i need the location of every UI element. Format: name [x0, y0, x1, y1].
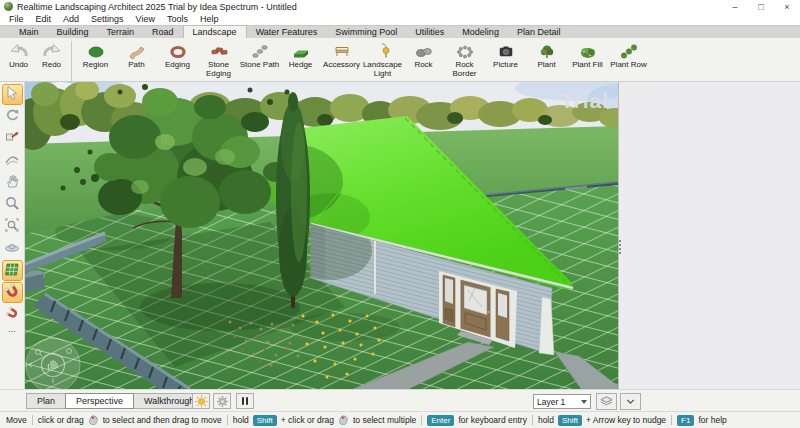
menu-bar: FileEditAddSettingsViewToolsHelp	[0, 13, 800, 25]
trial-watermark: Trial	[561, 89, 609, 112]
toolbar-edging-button[interactable]: Edging	[157, 40, 198, 81]
view-tab-perspective[interactable]: Perspective	[65, 393, 134, 409]
tab-utilities[interactable]: Utilities	[406, 25, 453, 38]
tool-zoom[interactable]	[2, 194, 23, 215]
zoom-region-icon	[4, 217, 20, 237]
menu-settings[interactable]: Settings	[85, 14, 130, 24]
key-badge-f1: F1	[677, 415, 694, 426]
tab-water-features[interactable]: Water Features	[247, 25, 327, 38]
render-settings-button[interactable]	[213, 393, 231, 409]
toolbar-stone-edging-button[interactable]: Stone Edging	[198, 40, 239, 81]
tab-road[interactable]: Road	[143, 25, 183, 38]
status-separator	[421, 415, 422, 425]
tool-edit-points[interactable]	[2, 128, 23, 149]
mouse-icon	[88, 415, 99, 425]
menu-view[interactable]: View	[130, 14, 161, 24]
menu-add[interactable]: Add	[57, 14, 85, 24]
maximize-button[interactable]: □	[748, 0, 774, 13]
zoom-icon	[4, 195, 20, 215]
menu-file[interactable]: File	[3, 14, 30, 24]
status-text: + click or drag	[281, 415, 334, 425]
expand-button[interactable]	[620, 393, 641, 410]
tool-curve[interactable]	[2, 150, 23, 171]
status-text: for keyboard entry	[458, 415, 527, 425]
toolbar-rock-button[interactable]: Rock	[403, 40, 444, 81]
status-separator	[32, 415, 33, 425]
app-logo-icon	[4, 2, 13, 11]
status-text: hold	[233, 415, 249, 425]
toolbar-button-label: Path	[128, 61, 144, 70]
close-button[interactable]: ×	[774, 0, 800, 13]
toolbar-picture-button[interactable]: Picture	[485, 40, 526, 81]
toolbar-rock-border-button[interactable]: Rock Border	[444, 40, 485, 81]
status-text: to select and then drag to move	[103, 415, 222, 425]
status-bar: Moveclick or dragto select and then drag…	[0, 411, 800, 428]
toolbar-path-button[interactable]: Path	[116, 40, 157, 81]
viewport-canvas[interactable]: Trial	[25, 82, 618, 389]
tool-zoom-region[interactable]	[2, 216, 23, 237]
tool-snap[interactable]	[2, 282, 23, 303]
plant-icon	[538, 41, 556, 61]
tab-swimming-pool[interactable]: Swimming Pool	[326, 25, 406, 38]
tab-terrain[interactable]: Terrain	[98, 25, 144, 38]
toolbar-plant-button[interactable]: Plant	[526, 40, 567, 81]
view-tab-plan[interactable]: Plan	[26, 393, 66, 409]
tool-object-snap[interactable]	[2, 304, 23, 325]
toolbar-accessory-button[interactable]: Accessory	[321, 40, 362, 81]
toolbar-button-label: Rock	[414, 61, 432, 70]
right-empty-panel	[618, 82, 800, 389]
toolbar-region-button[interactable]: Region	[75, 40, 116, 81]
viewport-3d[interactable]: Trial	[25, 82, 618, 389]
toolbar-plant-fill-button[interactable]: Plant Fill	[567, 40, 608, 81]
minimize-button[interactable]: –	[722, 0, 748, 13]
layer-select-value: Layer 1	[537, 397, 565, 407]
tool-orbit[interactable]	[2, 238, 23, 259]
picture-icon	[497, 41, 515, 61]
grid-icon	[4, 261, 20, 281]
toolbar-button-label: Undo	[9, 61, 28, 70]
tab-main[interactable]: Main	[10, 25, 48, 38]
undo-icon	[8, 41, 30, 61]
toolbar-button-label: Picture	[493, 61, 518, 70]
menu-edit[interactable]: Edit	[30, 14, 58, 24]
splitter-handle[interactable]	[619, 240, 621, 242]
layer-select[interactable]: Layer 1	[533, 394, 591, 409]
navigation-widget[interactable]	[26, 338, 80, 389]
toolbar-button-label: Plant Fill	[572, 61, 603, 70]
menu-help[interactable]: Help	[194, 14, 225, 24]
status-separator	[227, 415, 228, 425]
tab-landscape[interactable]: Landscape	[183, 25, 247, 38]
rock-border-icon	[456, 41, 474, 61]
window-controls: – □ ×	[722, 0, 800, 13]
sun-button[interactable]	[192, 393, 210, 409]
tab-plan-detail[interactable]: Plan Detail	[508, 25, 570, 38]
toolbar-undo-button[interactable]: Undo	[2, 40, 35, 81]
side-toolbar: ...	[0, 82, 25, 389]
toolbar-plant-row-button[interactable]: Plant Row	[608, 40, 649, 81]
tab-modeling[interactable]: Modeling	[453, 25, 508, 38]
pause-button[interactable]	[236, 393, 254, 409]
orbit-icon	[4, 239, 20, 259]
toolbar-redo-button[interactable]: Redo	[35, 40, 68, 81]
hedge-icon	[292, 41, 310, 61]
menu-tools[interactable]: Tools	[161, 14, 194, 24]
region-icon	[87, 41, 105, 61]
tool-rotate[interactable]	[2, 106, 23, 127]
accessory-icon	[333, 41, 351, 61]
tab-building[interactable]: Building	[48, 25, 98, 38]
tool-pan[interactable]	[2, 172, 23, 193]
toolbar-hedge-button[interactable]: Hedge	[280, 40, 321, 81]
toolbar-landscape-light-button[interactable]: Landscape Light	[362, 40, 403, 81]
application-window: { "window": { "title": "Realtime Landsca…	[0, 0, 800, 428]
main-area: ...	[0, 82, 800, 389]
toolbar-button-label: Stone Path	[240, 61, 280, 70]
landscape-light-icon	[374, 41, 392, 61]
toolbar-stone-path-button[interactable]: Stone Path	[239, 40, 280, 81]
layers-button[interactable]	[596, 393, 617, 410]
status-text: Move	[6, 415, 27, 425]
tool-grid[interactable]	[2, 260, 23, 281]
pause-icon	[239, 395, 251, 407]
tool-more[interactable]: ...	[8, 326, 16, 336]
tool-select[interactable]	[2, 84, 23, 105]
toolbar-separator	[71, 41, 72, 81]
